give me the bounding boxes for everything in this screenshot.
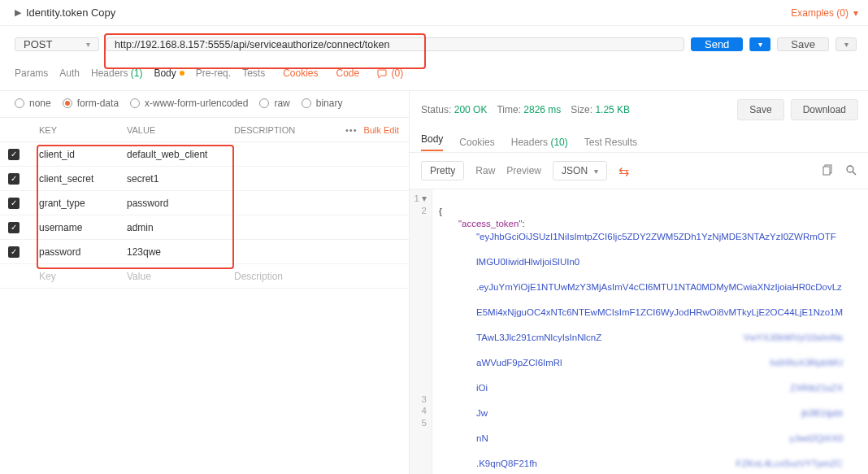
key-input[interactable]: Key — [39, 271, 127, 282]
method-dropdown[interactable]: POST ▾ — [15, 37, 99, 51]
status-value: 200 OK — [454, 104, 488, 115]
code-link[interactable]: Code — [330, 64, 367, 82]
more-icon[interactable]: ••• — [339, 125, 364, 135]
resp-tab-headers[interactable]: Headers (10) — [511, 137, 568, 148]
tab-tests[interactable]: Tests — [242, 67, 265, 79]
body-type-raw[interactable]: raw — [259, 98, 289, 109]
tab-prereq[interactable]: Pre-req. — [196, 67, 231, 79]
status-label: Status: — [421, 104, 451, 115]
value-cell[interactable]: default_web_client — [127, 149, 234, 160]
view-preview[interactable]: Preview — [506, 165, 541, 176]
size-value: 1.25 KB — [595, 104, 630, 115]
desc-input[interactable]: Description — [234, 271, 409, 282]
wrap-lines-icon[interactable]: ⇆ — [618, 163, 629, 179]
chevron-down-icon: ▾ — [758, 40, 762, 49]
tab-params[interactable]: Params — [15, 67, 48, 79]
radio-icon — [259, 98, 269, 108]
checkbox-icon[interactable]: ✓ — [8, 222, 20, 233]
col-key: KEY — [39, 125, 127, 135]
resp-tab-cookies[interactable]: Cookies — [459, 137, 494, 148]
chevron-down-icon: ▾ — [594, 167, 598, 176]
tab-headers[interactable]: Headers (1) — [91, 67, 142, 79]
key-cell[interactable]: client_secret — [39, 173, 127, 185]
table-row[interactable]: ✓ client_secret secret1 — [0, 167, 409, 191]
request-name: Identity.token Copy — [26, 7, 115, 19]
form-data-rows: ✓ client_id default_web_client ✓ client_… — [0, 142, 409, 264]
time-value: 2826 ms — [523, 104, 561, 115]
checkbox-icon[interactable]: ✓ — [8, 198, 20, 209]
table-row[interactable]: ✓ password 123qwe — [0, 240, 409, 264]
view-raw[interactable]: Raw — [475, 165, 495, 176]
resp-tab-body[interactable]: Body — [421, 133, 443, 151]
body-type-xform[interactable]: x-www-form-urlencoded — [130, 98, 248, 109]
bulk-edit-link[interactable]: Bulk Edit — [364, 125, 409, 135]
method-label: POST — [24, 38, 52, 50]
body-type-binary[interactable]: binary — [302, 98, 343, 109]
key-cell[interactable]: client_id — [39, 149, 127, 160]
download-button[interactable]: Download — [791, 99, 858, 120]
table-row[interactable]: ✓ client_id default_web_client — [0, 142, 409, 167]
send-dropdown[interactable]: ▾ — [749, 37, 770, 51]
url-value: http://192.168.8.157:5555/api/serviceaut… — [115, 39, 389, 50]
value-cell[interactable]: password — [127, 198, 234, 209]
time-label: Time: — [497, 104, 521, 115]
chevron-down-icon: ▾ — [844, 40, 848, 49]
line-gutter: 1 ▾ 2 3 4 5 — [410, 189, 432, 474]
svg-rect-1 — [823, 167, 830, 175]
key-cell[interactable]: password — [39, 246, 127, 258]
search-icon[interactable] — [845, 164, 857, 178]
response-body: 1 ▾ 2 3 4 5 { "access_token": "eyJhbGciO… — [410, 189, 868, 474]
size-label: Size: — [571, 104, 592, 115]
placeholder-row[interactable]: Key Value Description — [0, 264, 409, 289]
table-row[interactable]: ✓ username admin — [0, 215, 409, 240]
expand-arrow-icon[interactable]: ▶ — [15, 7, 21, 18]
view-pretty[interactable]: Pretty — [421, 161, 464, 180]
copy-icon[interactable] — [822, 164, 834, 178]
send-button[interactable]: Send — [691, 37, 743, 51]
modified-dot-icon — [180, 71, 184, 76]
comments-link[interactable]: (0) — [377, 67, 403, 79]
checkbox-icon[interactable]: ✓ — [8, 149, 20, 160]
chevron-down-icon: ▾ — [86, 40, 90, 49]
value-cell[interactable]: secret1 — [127, 173, 234, 185]
comment-icon — [377, 69, 388, 79]
save-response-button[interactable]: Save — [737, 99, 783, 120]
value-cell[interactable]: admin — [127, 222, 234, 233]
save-button[interactable]: Save — [777, 37, 829, 51]
resp-tab-tests[interactable]: Test Results — [584, 137, 637, 148]
body-type-none[interactable]: none — [15, 98, 51, 109]
tab-body[interactable]: Body — [154, 67, 184, 79]
examples-label: Examples (0) — [791, 7, 848, 19]
chevron-down-icon: ▾ — [853, 7, 858, 19]
value-cell[interactable]: 123qwe — [127, 246, 234, 258]
col-value: VALUE — [127, 125, 234, 135]
cookies-link[interactable]: Cookies — [283, 67, 318, 79]
svg-line-3 — [853, 172, 856, 175]
format-dropdown[interactable]: JSON ▾ — [553, 161, 607, 180]
checkbox-icon[interactable]: ✓ — [8, 173, 20, 185]
table-row[interactable]: ✓ grant_type password — [0, 191, 409, 215]
key-cell[interactable]: grant_type — [39, 198, 127, 209]
checkbox-icon[interactable]: ✓ — [8, 246, 20, 258]
radio-icon — [302, 98, 311, 108]
svg-point-2 — [847, 166, 853, 172]
radio-icon — [15, 98, 24, 108]
radio-selected-icon — [63, 98, 72, 108]
url-input[interactable]: http://192.168.8.157:5555/api/serviceaut… — [106, 37, 684, 51]
body-type-form-data[interactable]: form-data — [63, 98, 119, 109]
col-desc: DESCRIPTION — [234, 125, 339, 135]
examples-dropdown[interactable]: Examples (0) ▾ — [791, 7, 858, 19]
key-cell[interactable]: username — [39, 222, 127, 233]
tab-auth[interactable]: Auth — [59, 67, 80, 79]
value-input[interactable]: Value — [127, 271, 234, 282]
radio-icon — [130, 98, 140, 108]
save-dropdown[interactable]: ▾ — [835, 37, 857, 51]
